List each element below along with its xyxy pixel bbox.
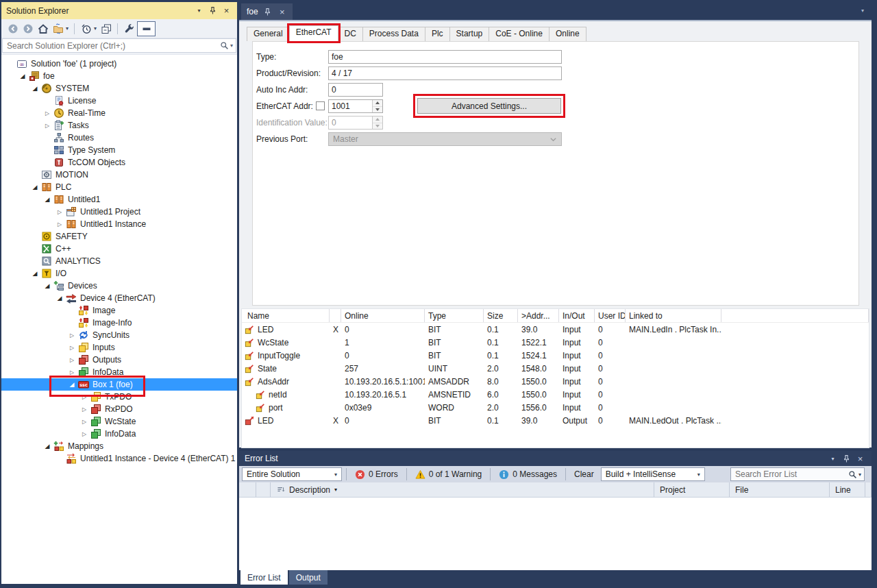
tree-item-routes[interactable]: Routes: [1, 132, 237, 144]
tree-item-txpdo[interactable]: ▷TxPDO: [1, 391, 237, 403]
table-row-output-led[interactable]: LEDX0BIT0.139.0Output0MAIN.LedOut . PlcT…: [242, 414, 869, 427]
pin-icon[interactable]: [207, 5, 219, 16]
expander-open-icon[interactable]: ◢: [41, 196, 53, 203]
close-icon[interactable]: ×: [854, 453, 866, 465]
search-options-chevron-icon[interactable]: ▾: [230, 42, 233, 49]
tree-item-box-1-foe[interactable]: ◢sscBox 1 (foe): [1, 378, 237, 391]
chevron-down-icon[interactable]: ▾: [66, 25, 69, 32]
tree-item-inputs[interactable]: ▷Inputs: [1, 341, 237, 354]
expander-closed-icon[interactable]: ▷: [66, 332, 78, 339]
column-header-online[interactable]: Online: [341, 309, 425, 322]
ethercat-addr-field[interactable]: 1001: [328, 99, 383, 113]
dialog-tab-coe-online[interactable]: CoE - Online: [489, 27, 549, 41]
collapse-all-button[interactable]: [99, 21, 113, 36]
column-header-project[interactable]: Project: [654, 482, 730, 497]
tree-item-rxpdo[interactable]: ▷RxPDO: [1, 403, 237, 415]
tree-item-untitled1-project[interactable]: ▷Untitled1 Project: [1, 206, 237, 218]
tree-item-foe[interactable]: ◢foe: [1, 70, 237, 82]
clear-button[interactable]: Clear: [570, 467, 598, 481]
tree-item-tasks[interactable]: ▷Tasks: [1, 119, 237, 132]
expander-open-icon[interactable]: ◢: [29, 270, 41, 277]
back-button[interactable]: [5, 21, 20, 36]
column-header-description[interactable]: Description▾: [271, 482, 654, 497]
tree-item-image-info[interactable]: Image-Info: [1, 317, 237, 329]
tree-item-solution-foe-1-project[interactable]: ∞Solution 'foe' (1 project): [1, 58, 237, 70]
product-revision-field[interactable]: 4 / 17: [328, 66, 562, 80]
column-header-category[interactable]: [239, 482, 256, 497]
dialog-tab-startup[interactable]: Startup: [449, 27, 490, 41]
search-icon[interactable]: [848, 470, 857, 479]
table-row-input-netid[interactable]: netId10.193.20.16.5.1AMSNETID6.01550.0In…: [242, 388, 869, 401]
tree-item-motion[interactable]: MOTION: [1, 169, 237, 181]
column-header-size[interactable]: Size: [484, 309, 518, 322]
expander-closed-icon[interactable]: ▷: [66, 369, 78, 376]
auto-inc-addr-field[interactable]: 0: [328, 83, 383, 97]
tree-item-untitled1[interactable]: ◢Untitled1: [1, 193, 237, 206]
search-options-chevron-icon[interactable]: ▾: [859, 471, 861, 478]
expander-closed-icon[interactable]: ▷: [53, 209, 66, 215]
tree-item-i-o[interactable]: ◢I/O: [1, 267, 237, 280]
tree-item-wcstate[interactable]: ▷WcState: [1, 415, 237, 428]
tree-item-real-time[interactable]: ▷Real-Time: [1, 107, 237, 119]
history-button[interactable]: [79, 21, 93, 36]
tree-item-untitled1-instance-device-4-ethercat-1[interactable]: Untitled1 Instance - Device 4 (EtherCAT)…: [1, 452, 237, 465]
expander-closed-icon[interactable]: ▷: [78, 406, 90, 413]
scope-dropdown[interactable]: Entire Solution▾: [242, 467, 342, 481]
window-menu-chevron-icon[interactable]: ▾: [827, 453, 839, 465]
column-header-flag[interactable]: [330, 309, 341, 322]
table-row-input-led[interactable]: LEDX0BIT0.139.0Input0MAIN.LedIn . PlcTas…: [242, 323, 869, 336]
tree-item-image[interactable]: Image: [1, 304, 237, 317]
close-icon[interactable]: ×: [277, 6, 287, 18]
tree-item-safety[interactable]: SAFETY: [1, 230, 237, 243]
expander-open-icon[interactable]: ◢: [66, 381, 78, 388]
dialog-tab-general[interactable]: General: [247, 27, 290, 41]
column-header-in-out[interactable]: In/Out: [559, 309, 595, 322]
warnings-filter-button[interactable]: 0 of 1 Warning: [411, 467, 486, 481]
column-header-line[interactable]: Line: [830, 482, 865, 497]
expander-closed-icon[interactable]: ▷: [78, 394, 90, 400]
switch-views-button[interactable]: [51, 21, 65, 36]
column-header-file[interactable]: File: [730, 482, 830, 497]
tree-item-tccom-objects[interactable]: TcCOM Objects: [1, 156, 237, 169]
bottom-tab-output[interactable]: Output: [289, 570, 328, 585]
dialog-tab-online[interactable]: Online: [549, 27, 586, 41]
tree-item-infodata[interactable]: ▷InfoData: [1, 366, 237, 378]
search-input[interactable]: [7, 41, 220, 51]
expander-open-icon[interactable]: ◢: [41, 443, 53, 450]
column-header-user-id[interactable]: User ID: [595, 309, 626, 322]
home-button[interactable]: [36, 21, 50, 36]
table-row-input-port[interactable]: port0x03e9WORD2.01556.0Input0: [242, 401, 869, 414]
column-header-icon[interactable]: [256, 482, 271, 497]
tab-list-chevron-icon[interactable]: ▾: [861, 8, 864, 14]
messages-filter-button[interactable]: 0 Messages: [495, 467, 561, 481]
dialog-tab-process-data[interactable]: Process Data: [362, 27, 425, 41]
table-row-input-inputtoggle[interactable]: InputToggle0BIT0.11524.1Input0: [242, 349, 869, 362]
tree-item-mappings[interactable]: ◢Mappings: [1, 440, 237, 452]
tree-item-analytics[interactable]: ANALYTICS: [1, 255, 237, 267]
tree-item-plc[interactable]: ◢PLC: [1, 181, 237, 193]
tree-item-type-system[interactable]: Type System: [1, 144, 237, 156]
document-tab-foe[interactable]: foe ×: [241, 3, 293, 20]
search-box[interactable]: ▾: [2, 38, 236, 53]
column-header-linked-to[interactable]: Linked to: [626, 309, 721, 322]
dialog-tab-dc[interactable]: DC: [338, 27, 363, 41]
expander-open-icon[interactable]: ◢: [29, 85, 41, 92]
expander-open-icon[interactable]: ◢: [53, 295, 66, 302]
search-icon[interactable]: [220, 41, 229, 50]
tree-item-license[interactable]: License: [1, 95, 237, 107]
properties-button[interactable]: [122, 21, 136, 36]
expander-open-icon[interactable]: ◢: [16, 73, 29, 79]
table-row-input-wcstate[interactable]: WcState1BIT0.11522.1Input0: [242, 336, 869, 349]
tree-item-outputs[interactable]: ▷Outputs: [1, 354, 237, 366]
tree-item-c[interactable]: C++: [1, 243, 237, 255]
expander-closed-icon[interactable]: ▷: [78, 431, 90, 437]
tree-item-syncunits[interactable]: ▷SyncUnits: [1, 329, 237, 341]
dialog-tab-ethercat[interactable]: EtherCAT: [289, 25, 338, 41]
expander-open-icon[interactable]: ◢: [29, 184, 41, 191]
column-header-name[interactable]: Name: [242, 309, 330, 322]
expander-closed-icon[interactable]: ▷: [78, 419, 90, 425]
expander-closed-icon[interactable]: ▷: [66, 345, 78, 351]
tree-item-device-4-ethercat[interactable]: ◢Device 4 (EtherCAT): [1, 292, 237, 304]
build-filter-dropdown[interactable]: Build + IntelliSense▾: [601, 467, 705, 481]
ethercat-addr-checkbox[interactable]: [316, 101, 325, 110]
